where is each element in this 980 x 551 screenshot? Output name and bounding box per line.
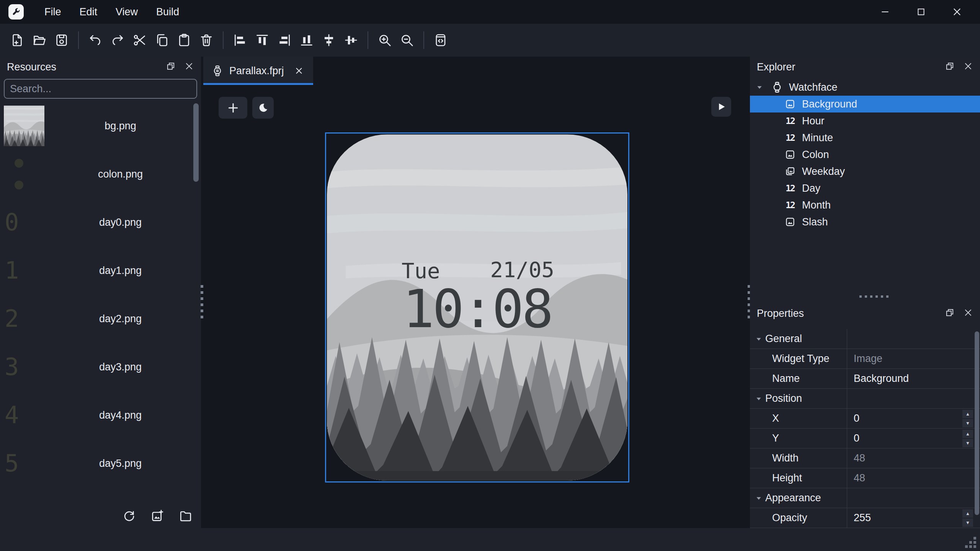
property-opacity: Opacity 255 ▲▼ (750, 508, 980, 528)
search-input[interactable] (5, 83, 196, 95)
center-vertical-button[interactable] (340, 29, 362, 51)
tree-item-hour[interactable]: 12 Hour (750, 112, 980, 129)
resource-item-day3[interactable]: 3 day3.png (0, 343, 201, 391)
collapse-arrow-icon[interactable] (755, 395, 765, 402)
refresh-resources-button[interactable] (120, 507, 138, 525)
add-widget-button[interactable] (219, 97, 247, 119)
close-window-button[interactable] (946, 0, 969, 24)
close-panel-icon[interactable] (963, 308, 973, 319)
menu-file[interactable]: File (35, 0, 70, 24)
tree-item-month[interactable]: 12 Month (750, 197, 980, 214)
section-general[interactable]: General (750, 329, 980, 349)
float-panel-icon[interactable] (166, 61, 176, 73)
section-position[interactable]: Position (750, 389, 980, 409)
spin-up-icon: ▲ (962, 509, 973, 518)
window-resize-grip[interactable] (965, 537, 976, 548)
watchface-preview[interactable]: Tue 21/05 10:08 (327, 134, 627, 481)
align-right-button[interactable] (273, 29, 296, 51)
menu-bar: File Edit View Build (0, 0, 980, 24)
tree-item-day[interactable]: 12 Day (750, 180, 980, 197)
tree-item-minute[interactable]: 12 Minute (750, 129, 980, 146)
menu-edit[interactable]: Edit (70, 0, 107, 24)
collapse-arrow-icon[interactable] (755, 336, 765, 342)
opacity-spinner[interactable]: ▲▼ (962, 509, 973, 527)
y-spinner[interactable]: ▲▼ (962, 430, 973, 447)
tree-item-weekday[interactable]: Weekday (750, 163, 980, 180)
open-project-button[interactable] (28, 29, 51, 51)
collapse-arrow-icon[interactable] (756, 84, 764, 91)
background-selection-box[interactable]: Tue 21/05 10:08 (325, 132, 629, 483)
number-icon: 12 (784, 116, 797, 126)
section-label: Appearance (765, 492, 821, 504)
close-panel-icon[interactable] (184, 61, 194, 73)
float-panel-icon[interactable] (945, 61, 955, 73)
undo-button[interactable] (84, 29, 106, 51)
zoom-in-button[interactable] (374, 29, 396, 51)
property-value[interactable]: 48 (854, 472, 865, 484)
paste-button[interactable] (173, 29, 195, 51)
property-value[interactable]: 255 (854, 512, 871, 524)
play-preview-button[interactable] (711, 97, 731, 117)
menu-view[interactable]: View (106, 0, 147, 24)
property-value[interactable]: Image (854, 353, 882, 365)
property-value[interactable]: Background (854, 373, 909, 385)
property-value[interactable]: 48 (854, 452, 865, 464)
toolbar (0, 24, 980, 57)
resource-item-day2[interactable]: 2 day2.png (0, 295, 201, 343)
tree-item-slash[interactable]: Slash (750, 214, 980, 230)
x-spinner[interactable]: ▲▼ (962, 410, 973, 427)
tree-item-watchface[interactable]: Watchface (750, 79, 980, 96)
property-value[interactable]: 0 (854, 432, 859, 444)
watch-icon (212, 65, 223, 77)
properties-scrollbar[interactable] (975, 331, 979, 515)
tree-item-background[interactable]: Background (750, 96, 980, 112)
maximize-button[interactable] (910, 0, 933, 24)
align-bottom-button[interactable] (296, 29, 318, 51)
zoom-out-button[interactable] (396, 29, 418, 51)
tab-bar: Parallax.fprj (203, 57, 748, 85)
panel-drag-handle[interactable] (859, 295, 889, 298)
tree-item-label: Slash (802, 216, 828, 228)
close-tab-icon[interactable] (294, 66, 304, 76)
center-horizontal-button[interactable] (318, 29, 340, 51)
window-controls (874, 0, 980, 24)
property-x: X 0 ▲▼ (750, 409, 980, 429)
resource-item-colon[interactable]: colon.png (0, 150, 201, 198)
spin-down-icon: ▼ (962, 518, 973, 527)
collapse-arrow-icon[interactable] (755, 495, 765, 502)
resource-item-day1[interactable]: 1 day1.png (0, 246, 201, 295)
save-button[interactable] (51, 29, 73, 51)
cut-button[interactable] (129, 29, 151, 51)
close-panel-icon[interactable] (963, 61, 973, 73)
status-bar (0, 528, 980, 551)
toolbar-separator (223, 31, 224, 49)
menu-build[interactable]: Build (147, 0, 188, 24)
align-top-button[interactable] (251, 29, 273, 51)
resources-scrollbar[interactable] (193, 103, 199, 182)
property-name: Name Background (750, 369, 980, 389)
property-value[interactable]: 0 (854, 412, 859, 424)
tree-item-colon[interactable]: Colon (750, 146, 980, 163)
align-left-button[interactable] (229, 29, 251, 51)
resource-label: day5.png (45, 458, 201, 469)
open-resource-folder-button[interactable] (176, 507, 195, 525)
new-file-button[interactable] (6, 29, 28, 51)
delete-button[interactable] (195, 29, 217, 51)
resource-item-day4[interactable]: 4 day4.png (0, 391, 201, 439)
design-canvas[interactable]: Tue 21/05 10:08 (203, 85, 748, 528)
resource-item-day5[interactable]: 5 day5.png (0, 439, 201, 487)
resource-item-day0[interactable]: 0 day0.png (0, 198, 201, 246)
digit-thumbnail: 5 (0, 439, 45, 487)
resource-label: bg.png (45, 120, 201, 132)
float-panel-icon[interactable] (945, 308, 955, 319)
add-image-button[interactable] (148, 507, 167, 525)
app-window: File Edit View Build (0, 0, 980, 551)
resource-item-bg[interactable]: bg.png (0, 102, 201, 150)
section-appearance[interactable]: Appearance (750, 488, 980, 508)
minimize-button[interactable] (874, 0, 897, 24)
copy-button[interactable] (151, 29, 173, 51)
device-preview-button[interactable] (430, 29, 452, 51)
redo-button[interactable] (106, 29, 129, 51)
night-mode-toggle-button[interactable] (252, 97, 274, 119)
tab-parallax-project[interactable]: Parallax.fprj (203, 57, 313, 85)
